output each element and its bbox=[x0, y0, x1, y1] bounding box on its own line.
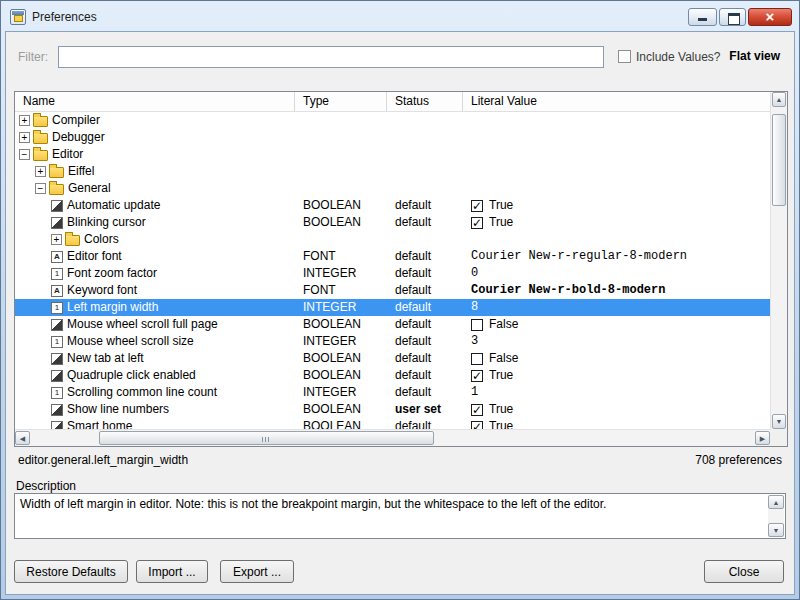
bool-pref-icon bbox=[51, 421, 63, 430]
int-pref-icon bbox=[51, 387, 63, 399]
tree-row[interactable]: −Editor bbox=[15, 146, 770, 163]
tree-row[interactable]: Quadruple click enabledBOOLEANdefaultTru… bbox=[15, 367, 770, 384]
value-label: True bbox=[489, 197, 513, 214]
description-scrollbar[interactable] bbox=[768, 495, 784, 537]
pref-type: BOOLEAN bbox=[295, 197, 387, 214]
preferences-tree: Name Type Status Literal Value +Compiler… bbox=[14, 91, 788, 447]
pref-type bbox=[295, 112, 387, 129]
pref-name: Debugger bbox=[52, 129, 105, 146]
tree-row[interactable]: New tab at leftBOOLEANdefaultFalse bbox=[15, 350, 770, 367]
scroll-up-icon[interactable] bbox=[772, 92, 786, 107]
expand-icon[interactable]: + bbox=[19, 132, 30, 143]
tree-row[interactable]: Keyword fontFONTdefaultCourier New-r-bol… bbox=[15, 282, 770, 299]
scroll-right-icon[interactable] bbox=[755, 431, 770, 445]
export-button[interactable]: Export ... bbox=[220, 560, 294, 583]
include-values-label: Include Values? bbox=[636, 50, 721, 64]
expand-icon[interactable]: + bbox=[51, 234, 62, 245]
pref-status: default bbox=[387, 282, 463, 299]
pref-value: 1 bbox=[463, 384, 770, 401]
tree-row[interactable]: Font zoom factorINTEGERdefault0 bbox=[15, 265, 770, 282]
tree-row[interactable]: +Debugger bbox=[15, 129, 770, 146]
bool-pref-icon bbox=[51, 404, 63, 416]
import-button[interactable]: Import ... bbox=[136, 560, 208, 583]
horizontal-scrollbar-thumb[interactable] bbox=[99, 431, 434, 445]
value-checkbox[interactable] bbox=[471, 319, 483, 331]
folder-icon bbox=[33, 133, 48, 144]
collapse-icon[interactable]: − bbox=[35, 183, 46, 194]
value-checkbox[interactable] bbox=[471, 217, 483, 229]
expand-icon[interactable]: + bbox=[35, 166, 46, 177]
pref-name: Scrolling common line count bbox=[67, 384, 217, 401]
pref-name: Compiler bbox=[52, 112, 100, 129]
tree-row[interactable]: +Colors bbox=[15, 231, 770, 248]
value-label: True bbox=[489, 418, 513, 429]
tree-row[interactable]: Mouse wheel scroll sizeINTEGERdefault3 bbox=[15, 333, 770, 350]
scroll-down-icon[interactable] bbox=[772, 414, 786, 429]
tree-row[interactable]: −General bbox=[15, 180, 770, 197]
window-controls bbox=[688, 8, 792, 26]
pref-status: default bbox=[387, 265, 463, 282]
description-scroll-up-icon[interactable] bbox=[768, 495, 784, 509]
tree-rows: +Compiler+Debugger−Editor+Eiffel−General… bbox=[15, 112, 770, 429]
pref-value bbox=[463, 129, 770, 146]
minimize-button[interactable] bbox=[688, 8, 717, 26]
pref-name: Editor font bbox=[67, 248, 122, 265]
pref-name: Mouse wheel scroll full page bbox=[67, 316, 218, 333]
value-checkbox[interactable] bbox=[471, 421, 483, 430]
selected-preference-path: editor.general.left_margin_width bbox=[18, 453, 188, 467]
vertical-scrollbar-thumb[interactable] bbox=[772, 114, 786, 206]
tree-row[interactable]: Scrolling common line countINTEGERdefaul… bbox=[15, 384, 770, 401]
column-header-name[interactable]: Name bbox=[15, 92, 295, 111]
bool-pref-icon bbox=[51, 319, 63, 331]
flat-view-button[interactable]: Flat view bbox=[729, 49, 780, 63]
restore-defaults-button[interactable]: Restore Defaults bbox=[14, 560, 128, 583]
pref-value: 0 bbox=[463, 265, 770, 282]
tree-row[interactable]: Mouse wheel scroll full pageBOOLEANdefau… bbox=[15, 316, 770, 333]
pref-type: BOOLEAN bbox=[295, 214, 387, 231]
close-window-button[interactable] bbox=[748, 8, 792, 26]
column-header-status[interactable]: Status bbox=[387, 92, 463, 111]
maximize-button[interactable] bbox=[719, 8, 746, 26]
tree-row[interactable]: Show line numbersBOOLEANuser setTrue bbox=[15, 401, 770, 418]
pref-value: True bbox=[463, 401, 770, 418]
pref-name: Left margin width bbox=[67, 299, 158, 316]
bool-pref-icon bbox=[51, 353, 63, 365]
vertical-scrollbar[interactable] bbox=[770, 92, 787, 429]
pref-type: BOOLEAN bbox=[295, 316, 387, 333]
scroll-left-icon[interactable] bbox=[15, 431, 30, 445]
horizontal-scrollbar[interactable] bbox=[15, 429, 770, 446]
pref-name: Quadruple click enabled bbox=[67, 367, 196, 384]
tree-row[interactable]: Automatic updateBOOLEANdefaultTrue bbox=[15, 197, 770, 214]
value-text: 3 bbox=[471, 333, 478, 350]
int-pref-icon bbox=[51, 336, 63, 348]
value-checkbox[interactable] bbox=[471, 370, 483, 382]
pref-name: Font zoom factor bbox=[67, 265, 157, 282]
pref-name: Editor bbox=[52, 146, 83, 163]
description-box: Width of left margin in editor. Note: th… bbox=[14, 493, 786, 539]
pref-status bbox=[387, 129, 463, 146]
tree-row[interactable]: Blinking cursorBOOLEANdefaultTrue bbox=[15, 214, 770, 231]
tree-header: Name Type Status Literal Value bbox=[15, 92, 770, 112]
collapse-icon[interactable]: − bbox=[19, 149, 30, 160]
pref-value: True bbox=[463, 214, 770, 231]
value-checkbox[interactable] bbox=[471, 404, 483, 416]
pref-type: BOOLEAN bbox=[295, 418, 387, 429]
include-values-checkbox[interactable] bbox=[618, 50, 631, 63]
tree-row[interactable]: Smart homeBOOLEANdefaultTrue bbox=[15, 418, 770, 429]
column-header-literal-value[interactable]: Literal Value bbox=[463, 92, 770, 111]
pref-value: True bbox=[463, 418, 770, 429]
description-scroll-down-icon[interactable] bbox=[768, 523, 784, 537]
close-button[interactable]: Close bbox=[704, 560, 784, 583]
column-header-type[interactable]: Type bbox=[295, 92, 387, 111]
value-checkbox[interactable] bbox=[471, 353, 483, 365]
pref-value bbox=[463, 231, 770, 248]
value-checkbox[interactable] bbox=[471, 200, 483, 212]
pref-name: Eiffel bbox=[68, 163, 94, 180]
pref-type: BOOLEAN bbox=[295, 367, 387, 384]
filter-input[interactable] bbox=[58, 46, 604, 68]
expand-icon[interactable]: + bbox=[19, 115, 30, 126]
tree-row[interactable]: Left margin widthINTEGERdefault8 bbox=[15, 299, 770, 316]
tree-row[interactable]: +Compiler bbox=[15, 112, 770, 129]
tree-row[interactable]: Editor fontFONTdefaultCourier New-r-regu… bbox=[15, 248, 770, 265]
tree-row[interactable]: +Eiffel bbox=[15, 163, 770, 180]
